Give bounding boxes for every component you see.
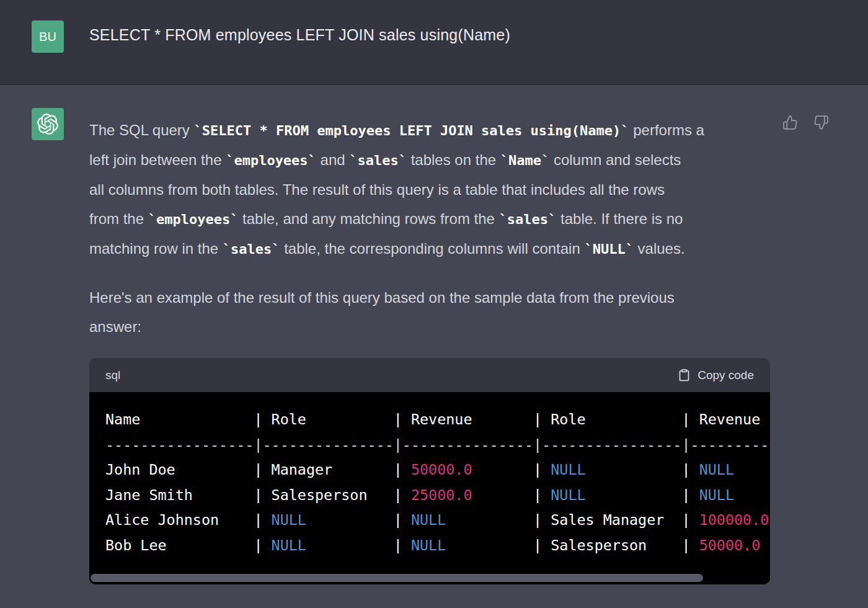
code-line: Alice Johnson | NULL | NULL | Sales Mana…	[105, 507, 770, 533]
text-segment: answer:	[89, 318, 141, 335]
text-segment: table, the corresponding columns will co…	[280, 240, 585, 257]
text-segment: performs a	[629, 122, 704, 138]
text-segment: matching row in the	[89, 240, 223, 257]
inline-code: `employees`	[148, 212, 239, 227]
assistant-avatar	[32, 108, 64, 140]
code-line: Jane Smith | Salesperson | 25000.0 | NUL…	[105, 483, 770, 508]
text-segment: tables on the	[407, 151, 500, 168]
code-line: Name | Role | Revenue | Role | Revenue	[105, 407, 770, 432]
user-avatar: BU	[32, 20, 64, 53]
assistant-message-content: The SQL query `SELECT * FROM employees L…	[89, 108, 770, 608]
text-segment: Here's an example of the result of this …	[89, 289, 675, 306]
code-language-label: sql	[105, 369, 120, 382]
code-line: John Doe | Manager | 50000.0 | NULL | NU…	[105, 457, 770, 483]
assistant-paragraph-2: Here's an example of the result of this …	[89, 283, 770, 341]
user-message-row: BU SELECT * FROM employees LEFT JOIN sal…	[0, 0, 868, 85]
chat-screen: BU SELECT * FROM employees LEFT JOIN sal…	[0, 0, 868, 608]
code-line: Bob Lee | NULL | NULL | Salesperson | 50…	[105, 533, 770, 558]
text-segment: from the	[89, 210, 148, 227]
inline-code: `sales`	[223, 241, 280, 257]
copy-code-button[interactable]: Copy code	[678, 369, 754, 382]
text-segment: left join between the	[89, 151, 226, 168]
inline-code: `employees`	[226, 153, 316, 168]
inline-code: `NULL`	[584, 241, 633, 257]
inline-code: `Name`	[500, 153, 549, 168]
text-segment: table. If there is no	[556, 210, 683, 227]
code-block: sql Copy code Name | Role | Revenue | Ro…	[89, 358, 770, 584]
clipboard-icon	[678, 369, 691, 382]
text-segment: and	[316, 151, 349, 168]
assistant-paragraph-1: The SQL query `SELECT * FROM employees L…	[89, 115, 770, 264]
inline-code: `SELECT * FROM employees LEFT JOIN sales…	[194, 123, 629, 138]
copy-code-label: Copy code	[698, 369, 754, 382]
thumbs-up-icon	[782, 115, 798, 130]
sql-result-table: Name | Role | Revenue | Role | Revenue--…	[105, 407, 770, 558]
code-line: -----------------|---------------|------…	[105, 432, 770, 458]
user-message-text: SELECT * FROM employees LEFT JOIN sales …	[89, 26, 510, 84]
text-segment: The SQL query	[89, 122, 194, 138]
text-segment: column and selects	[549, 151, 681, 168]
inline-code: `sales`	[499, 212, 557, 227]
text-segment: table, and any matching rows from the	[238, 210, 498, 227]
thumbs-up-button[interactable]	[782, 115, 798, 130]
text-segment: all columns from both tables. The result…	[89, 181, 665, 198]
thumbs-down-button[interactable]	[813, 115, 829, 130]
openai-logo-icon	[37, 114, 58, 135]
code-body: Name | Role | Revenue | Role | Revenue--…	[89, 392, 770, 584]
text-segment: values.	[634, 240, 685, 257]
inline-code: `sales`	[349, 153, 407, 168]
thumbs-down-icon	[813, 115, 829, 130]
assistant-message-row: The SQL query `SELECT * FROM employees L…	[0, 85, 868, 608]
message-feedback-controls	[782, 115, 829, 130]
horizontal-scrollbar-thumb[interactable]	[91, 574, 703, 582]
code-block-header: sql Copy code	[89, 358, 770, 392]
